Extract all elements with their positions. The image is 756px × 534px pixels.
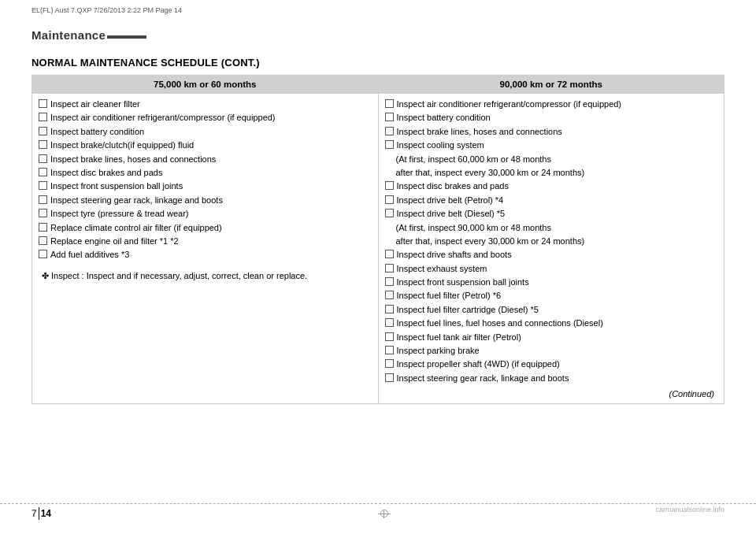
checkbox-icon — [39, 99, 47, 108]
list-item: Inspect drive belt (Petrol) *4 — [385, 195, 718, 206]
checkbox-icon — [39, 250, 47, 258]
list-item: Inspect parking brake — [385, 345, 718, 357]
section-title-bar: Maintenance — [32, 28, 724, 42]
list-item: Inspect front suspension ball joints — [39, 180, 372, 192]
checkbox-icon — [385, 359, 394, 368]
list-item: Inspect drive belt (Diesel) *5 — [385, 208, 718, 220]
checkbox-icon — [39, 223, 47, 232]
item-text: Inspect disc brakes and pads — [397, 180, 718, 192]
checkbox-icon — [385, 277, 394, 286]
item-text: Add fuel additives *3 — [50, 249, 372, 261]
list-item: Inspect steering gear rack, linkage and … — [385, 373, 718, 384]
watermark: carmanualsonline.info — [655, 506, 724, 514]
checkbox-icon — [39, 113, 47, 121]
list-item: Inspect battery condition — [39, 126, 372, 138]
checkbox-icon — [39, 236, 47, 245]
checkbox-icon — [385, 195, 394, 204]
item-text: Inspect steering gear rack, linkage and … — [50, 195, 372, 206]
cooling-indent-2: after that, inspect every 30,000 km or 2… — [385, 167, 718, 179]
item-text: Inspect front suspension ball joints — [397, 276, 718, 288]
item-text: Inspect fuel tank air filter (Petrol) — [397, 332, 718, 343]
checkbox-icon — [385, 373, 394, 382]
footnote-section: ✤ Inspect : Inspect and if necessary, ad… — [39, 269, 372, 283]
checkbox-icon — [39, 168, 47, 176]
checkbox-icon — [385, 140, 394, 149]
footer-divider — [39, 507, 39, 520]
checkbox-icon — [385, 332, 394, 341]
footer-num-left: 7 — [32, 508, 37, 519]
item-text: Inspect drive belt (Petrol) *4 — [397, 195, 718, 206]
list-item: Add fuel additives *3 — [39, 249, 372, 261]
diesel-indent-1: (At first, inspect 90,000 km or 48 month… — [385, 222, 718, 234]
list-item: Inspect propeller shaft (4WD) (if equipp… — [385, 358, 718, 370]
checkbox-icon — [385, 250, 394, 258]
checkbox-icon — [385, 127, 394, 135]
checkbox-icon — [385, 346, 394, 354]
list-item: Inspect fuel tank air filter (Petrol) — [385, 332, 718, 343]
schedule-col-90k: 90,000 km or 72 months Inspect air condi… — [379, 76, 724, 403]
checkbox-icon — [39, 195, 47, 204]
list-item: Inspect brake/clutch(if equipped) fluid — [39, 139, 372, 151]
footnote-text: Inspect : Inspect and if necessary, adju… — [51, 271, 307, 280]
col-items-90k: Inspect air conditioner refrigerant/comp… — [379, 94, 724, 403]
item-text: Inspect fuel filter (Petrol) *6 — [397, 290, 718, 302]
list-item: Inspect disc brakes and pads — [39, 167, 372, 179]
footnote-line: ✤ Inspect : Inspect and if necessary, ad… — [42, 269, 372, 283]
list-item: Inspect fuel filter (Petrol) *6 — [385, 290, 718, 302]
checkbox-icon — [385, 291, 394, 299]
list-item: Inspect battery condition — [385, 112, 718, 124]
item-text: Inspect drive belt (Diesel) *5 — [397, 208, 718, 220]
item-text: Inspect air conditioner refrigerant/comp… — [397, 98, 718, 110]
item-text: Inspect tyre (pressure & tread wear) — [50, 208, 372, 220]
item-text: Inspect steering gear rack, linkage and … — [397, 373, 718, 384]
item-text: Inspect brake lines, hoses and connectio… — [50, 154, 372, 165]
item-text: Inspect brake/clutch(if equipped) fluid — [50, 139, 372, 151]
list-item: Replace climate control air filter (if e… — [39, 222, 372, 234]
diesel-indent-2: after that, inspect every 30,000 km or 2… — [385, 235, 718, 247]
col-header-75k: 75,000 km or 60 months — [32, 76, 378, 94]
checkbox-icon — [39, 181, 47, 190]
list-item: Inspect air conditioner refrigerant/comp… — [385, 98, 718, 110]
footer-num-right: 14 — [41, 508, 51, 519]
checkbox-icon — [385, 209, 394, 217]
col-items-75k: Inspect air cleaner filter Inspect air c… — [32, 94, 378, 288]
list-item: Inspect cooling system — [385, 139, 718, 151]
cooling-indent-1: (At first, inspect 60,000 km or 48 month… — [385, 154, 718, 165]
section-title: Maintenance — [32, 28, 106, 42]
page-header: EL(FL) Aust 7.QXP 7/26/2013 2:22 PM Page… — [32, 6, 724, 14]
item-text: Inspect front suspension ball joints — [50, 180, 372, 192]
item-text: Inspect battery condition — [50, 126, 372, 138]
checkbox-icon — [385, 305, 394, 313]
item-text: Inspect cooling system — [397, 139, 718, 151]
footnote-symbol: ✤ — [42, 271, 51, 280]
list-item: Inspect brake lines, hoses and connectio… — [39, 154, 372, 165]
list-item: Inspect tyre (pressure & tread wear) — [39, 208, 372, 220]
item-text: Replace engine oil and filter *1 *2 — [50, 235, 372, 247]
list-item: Inspect air cleaner filter — [39, 98, 372, 110]
checkbox-icon — [385, 99, 394, 108]
cross-vertical — [384, 510, 384, 518]
list-item: Replace engine oil and filter *1 *2 — [39, 235, 372, 247]
list-item: Inspect fuel filter cartridge (Diesel) *… — [385, 304, 718, 316]
schedule-col-75k: 75,000 km or 60 months Inspect air clean… — [32, 76, 379, 403]
list-item: Inspect front suspension ball joints — [385, 276, 718, 288]
item-text: Inspect air conditioner refrigerant/comp… — [50, 112, 372, 124]
item-text: Inspect exhaust system — [397, 263, 718, 275]
list-item: Inspect disc brakes and pads — [385, 180, 718, 192]
list-item: Inspect drive shafts and boots — [385, 249, 718, 261]
list-item: Inspect fuel lines, fuel hoses and conne… — [385, 317, 718, 329]
list-item: Inspect air conditioner refrigerant/comp… — [39, 112, 372, 124]
item-text: Inspect air cleaner filter — [50, 98, 372, 110]
item-text: Inspect fuel filter cartridge (Diesel) *… — [397, 304, 718, 316]
schedule-title: NORMAL MAINTENANCE SCHEDULE (CONT.) — [32, 57, 724, 69]
footer-line — [0, 503, 756, 504]
checkbox-icon — [385, 181, 394, 190]
item-text: Inspect propeller shaft (4WD) (if equipp… — [397, 358, 718, 370]
header-file-info: EL(FL) Aust 7.QXP 7/26/2013 2:22 PM Page… — [32, 6, 182, 14]
checkbox-icon — [39, 154, 47, 163]
list-item: Inspect brake lines, hoses and connectio… — [385, 126, 718, 138]
item-text: Inspect fuel lines, fuel hoses and conne… — [397, 317, 718, 329]
item-text: Inspect parking brake — [397, 345, 718, 357]
item-text: Inspect disc brakes and pads — [50, 167, 372, 179]
list-item: Inspect steering gear rack, linkage and … — [39, 195, 372, 206]
